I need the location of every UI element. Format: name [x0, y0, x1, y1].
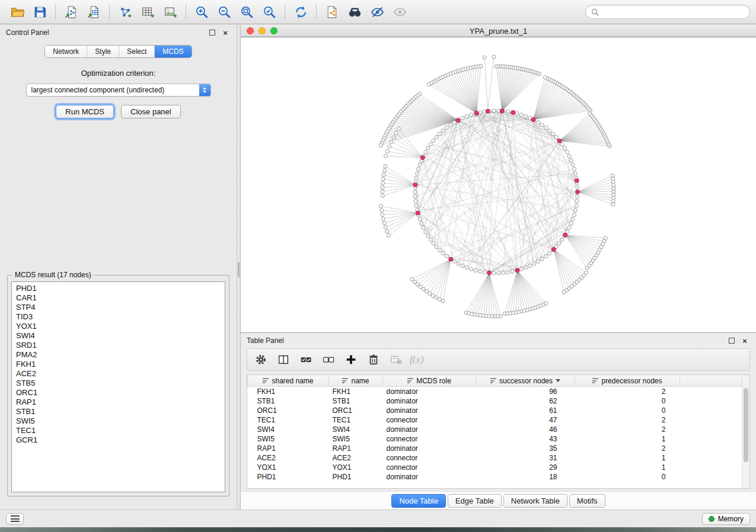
- network-node[interactable]: [445, 255, 448, 258]
- mcds-result-item[interactable]: STP4: [16, 303, 221, 312]
- network-node[interactable]: [540, 257, 544, 261]
- network-node[interactable]: [397, 127, 401, 130]
- network-node[interactable]: [379, 143, 382, 147]
- close-mcds-panel-button[interactable]: Close panel: [121, 105, 181, 118]
- network-node[interactable]: [560, 238, 564, 242]
- network-hub-node[interactable]: [515, 268, 519, 273]
- zoom-fit-button[interactable]: [235, 2, 258, 22]
- network-node[interactable]: [571, 217, 575, 221]
- refresh-layout-button[interactable]: [289, 2, 312, 22]
- deselect-all-rows-button[interactable]: [320, 351, 337, 368]
- table-row[interactable]: SWI4SWI4dominator462: [248, 425, 742, 434]
- column-header-name[interactable]: name: [329, 375, 383, 387]
- network-hub-node[interactable]: [575, 179, 579, 183]
- mcds-result-item[interactable]: SRD1: [16, 341, 221, 350]
- network-hub-node[interactable]: [576, 190, 580, 194]
- network-node[interactable]: [575, 200, 579, 203]
- share-document-button[interactable]: [321, 2, 343, 22]
- table-row[interactable]: YOX1YOX1connector291: [248, 463, 742, 472]
- tab-network-table[interactable]: Network Table: [503, 494, 567, 508]
- mcds-result-item[interactable]: STB5: [16, 379, 221, 388]
- tab-motifs[interactable]: Motifs: [569, 494, 605, 508]
- network-node[interactable]: [492, 271, 496, 275]
- network-node[interactable]: [573, 209, 577, 212]
- zoom-in-button[interactable]: [190, 2, 213, 22]
- network-node[interactable]: [381, 190, 384, 194]
- network-node[interactable]: [413, 195, 417, 198]
- select-all-rows-button[interactable]: [297, 351, 315, 368]
- hide-elements-button[interactable]: [366, 2, 388, 22]
- network-node[interactable]: [382, 222, 386, 225]
- network-node[interactable]: [425, 290, 428, 293]
- network-node[interactable]: [588, 112, 592, 116]
- network-node[interactable]: [382, 169, 386, 172]
- network-canvas[interactable]: [241, 37, 756, 332]
- mcds-result-item[interactable]: PHD1: [16, 284, 221, 293]
- network-node[interactable]: [435, 135, 438, 139]
- tab-select[interactable]: Select: [119, 46, 155, 57]
- network-hub-node[interactable]: [449, 257, 453, 261]
- network-node[interactable]: [519, 113, 523, 117]
- network-node[interactable]: [418, 217, 422, 221]
- tab-edge-table[interactable]: Edge Table: [448, 494, 502, 508]
- network-node[interactable]: [492, 55, 496, 59]
- network-node[interactable]: [604, 236, 607, 240]
- network-node[interactable]: [390, 140, 393, 144]
- optimization-criterion-select[interactable]: largest connected component (undirected): [26, 84, 211, 97]
- network-node[interactable]: [422, 226, 425, 229]
- network-node[interactable]: [537, 121, 540, 124]
- network-node[interactable]: [528, 264, 532, 268]
- network-hub-node[interactable]: [475, 111, 479, 116]
- network-node[interactable]: [381, 181, 385, 185]
- minimize-window-button[interactable]: [259, 27, 266, 34]
- network-node[interactable]: [548, 129, 551, 133]
- network-node[interactable]: [424, 230, 428, 233]
- network-hub-node[interactable]: [416, 211, 420, 215]
- network-hub-node[interactable]: [563, 233, 567, 237]
- network-node[interactable]: [419, 285, 422, 289]
- network-node[interactable]: [385, 230, 389, 233]
- network-node[interactable]: [385, 149, 389, 153]
- network-node[interactable]: [426, 146, 430, 150]
- network-node[interactable]: [575, 204, 578, 207]
- create-column-button[interactable]: [342, 351, 360, 368]
- mcds-result-item[interactable]: ACE2: [16, 369, 221, 379]
- network-node[interactable]: [416, 172, 419, 175]
- close-table-panel-button[interactable]: ×: [739, 335, 750, 346]
- network-node[interactable]: [551, 132, 555, 136]
- network-node[interactable]: [428, 83, 431, 86]
- network-node[interactable]: [519, 267, 523, 271]
- network-node[interactable]: [441, 299, 445, 303]
- network-node[interactable]: [554, 135, 558, 139]
- export-image-button[interactable]: [159, 2, 181, 22]
- network-node[interactable]: [416, 283, 419, 286]
- network-node[interactable]: [461, 264, 464, 268]
- new-network-button[interactable]: [114, 2, 136, 22]
- network-node[interactable]: [381, 217, 385, 221]
- zoom-window-button[interactable]: [270, 27, 277, 34]
- mcds-result-item[interactable]: ORC1: [16, 388, 221, 398]
- mcds-result-item[interactable]: SWI5: [16, 416, 221, 426]
- network-node[interactable]: [506, 110, 510, 113]
- table-scrollbar[interactable]: [742, 375, 749, 488]
- network-node[interactable]: [544, 302, 548, 305]
- network-hub-node[interactable]: [413, 183, 417, 187]
- network-node[interactable]: [417, 167, 420, 171]
- network-node[interactable]: [414, 177, 418, 180]
- network-node[interactable]: [470, 267, 473, 271]
- network-node[interactable]: [414, 200, 417, 203]
- network-node[interactable]: [432, 139, 435, 142]
- tab-mcds[interactable]: MCDS: [155, 46, 191, 57]
- vertical-splitter[interactable]: [237, 25, 241, 509]
- network-node[interactable]: [381, 194, 384, 198]
- network-window-titlebar[interactable]: YPA_prune.txt_1: [241, 25, 756, 37]
- network-node[interactable]: [413, 190, 417, 194]
- network-node[interactable]: [424, 150, 428, 154]
- network-node[interactable]: [479, 111, 482, 114]
- network-hub-node[interactable]: [511, 111, 515, 115]
- network-node[interactable]: [495, 65, 498, 68]
- network-hub-node[interactable]: [552, 248, 556, 252]
- network-hub-node[interactable]: [486, 109, 490, 113]
- mcds-result-item[interactable]: TEC1: [16, 426, 221, 435]
- tab-style[interactable]: Style: [87, 46, 119, 57]
